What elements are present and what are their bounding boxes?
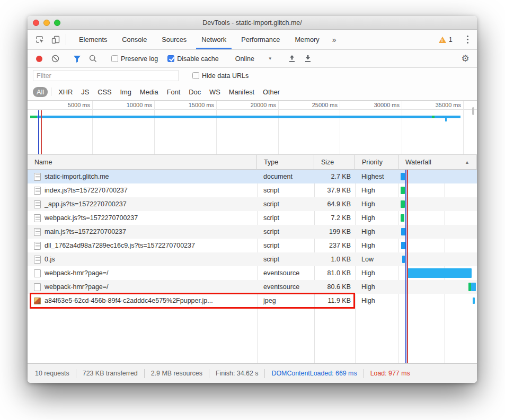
overview-sub-tick [445,118,447,121]
document-icon [34,242,41,250]
document-icon [34,187,41,195]
filter-pill-css[interactable]: CSS [94,87,115,97]
overview-tick-label: 30000 ms [341,102,400,108]
cell-name: main.js?ts=1572270700237 [28,225,257,239]
filter-pill-img[interactable]: Img [117,87,135,97]
status-dom-content-loaded: DOMContentLoaded: 669 ms [265,369,364,378]
filter-pill-all[interactable]: All [33,87,48,97]
hide-data-urls-checkbox[interactable]: Hide data URLs [188,72,253,80]
filter-pill-media[interactable]: Media [136,87,162,97]
column-header-size[interactable]: Size [314,155,355,170]
tab-performance[interactable]: Performance [234,30,287,49]
cell-size: 64.9 KB [314,197,355,211]
overview-scrollbar-thumb[interactable] [472,107,474,115]
document-icon [34,173,41,181]
document-icon [34,228,41,236]
network-status-bar: 10 requests723 KB transferred2.9 MB reso… [28,363,477,383]
more-tabs-button[interactable]: » [327,30,342,49]
minimize-window-button[interactable] [43,20,50,26]
cell-waterfall [398,266,477,280]
panel-tabs: ElementsConsoleSourcesNetworkPerformance… [72,30,327,49]
filter-pill-ws[interactable]: WS [206,87,224,97]
sort-ascending-icon[interactable]: ▲ [465,160,469,165]
waterfall-bar [401,242,405,249]
filter-input[interactable] [33,70,179,81]
status-item: Finish: 34.62 s [209,369,265,378]
request-name: webpack-hmr?page=/ [45,269,109,277]
request-row[interactable]: webpack.js?ts=1572270700237script7.2 KBH… [28,211,477,225]
cell-size: 81.0 KB [314,266,355,280]
column-header-name[interactable]: Name [28,155,257,170]
request-row[interactable]: webpack-hmr?page=/eventsource81.0 KBHigh [28,266,477,280]
cell-name: 0.js [28,252,257,266]
status-item: 10 requests [28,369,76,378]
tab-memory[interactable]: Memory [287,30,326,49]
import-har-icon[interactable] [285,52,299,66]
document-icon [34,200,41,208]
settings-gear-icon[interactable]: ⚙ [458,52,473,66]
waterfall-bar [402,256,405,263]
inspect-element-icon[interactable] [32,30,48,49]
filter-pill-doc[interactable]: Doc [185,87,205,97]
search-icon[interactable] [85,52,100,66]
request-row[interactable]: main.js?ts=1572270700237script199 KBHigh [28,225,477,239]
zoom-window-button[interactable] [54,20,60,26]
request-row[interactable]: dll_1762a4d98a7289ec16c9.js?ts=157227070… [28,239,477,252]
overview-tick-label: 25000 ms [279,102,338,108]
cell-name: webpack-hmr?page=/ [28,280,257,294]
throttling-dropdown[interactable]: Online ▼ [230,55,278,63]
request-row[interactable]: _app.js?ts=1572270700237script64.9 KBHig… [28,197,477,211]
overview-gridline [92,101,93,154]
filter-icon[interactable] [69,52,84,66]
tab-network[interactable]: Network [194,30,234,49]
cell-name: a84f63e5-62cd-456b-89f4-c2adddc4e575%2Fp… [28,294,257,308]
device-toolbar-icon[interactable] [48,30,64,49]
tab-elements[interactable]: Elements [72,30,114,49]
request-row[interactable]: webpack-hmr?page=/eventsource80.6 KBHigh [28,280,477,294]
request-row[interactable]: static-import.glitch.medocument2.7 KBHig… [28,170,477,183]
filter-pill-font[interactable]: Font [163,87,184,97]
record-button[interactable] [32,52,47,66]
request-row[interactable]: 0.jsscript1.0 KBLow [28,252,477,266]
cell-size: 237 KB [314,239,355,252]
filter-pill-other[interactable]: Other [259,87,283,97]
cell-waterfall [398,183,477,197]
filter-pill-js[interactable]: JS [77,87,93,97]
filter-pill-manifest[interactable]: Manifest [225,87,258,97]
preserve-log-checkbox[interactable]: Preserve log [107,55,162,63]
cell-name: _app.js?ts=1572270700237 [28,197,257,211]
tab-sources[interactable]: Sources [154,30,194,49]
network-overview[interactable]: 5000 ms10000 ms15000 ms20000 ms25000 ms3… [28,101,477,155]
blank-icon [34,269,41,277]
cell-waterfall [398,225,477,239]
column-header-type[interactable]: Type [257,155,314,170]
cell-name: static-import.glitch.me [28,170,257,183]
waterfall-bar [401,173,405,180]
clear-button[interactable] [48,52,63,66]
request-row[interactable]: a84f63e5-62cd-456b-89f4-c2adddc4e575%2Fp… [28,294,477,308]
filter-pill-xhr[interactable]: XHR [55,87,76,97]
close-window-button[interactable] [33,20,39,26]
cell-waterfall [398,239,477,252]
cell-size: 80.6 KB [314,280,355,294]
warnings-indicator[interactable]: 1 [435,36,457,43]
disable-cache-checkbox[interactable]: Disable cache [163,55,223,63]
cell-size: 199 KB [314,225,355,239]
overview-tick-label: 35000 ms [403,102,461,108]
request-name: webpack.js?ts=1572270700237 [45,214,138,222]
overview-tick-label: 10000 ms [94,102,152,108]
devtools-menu-icon[interactable] [462,36,474,43]
cell-size: 2.7 KB [314,170,355,183]
cell-waterfall [398,197,477,211]
tab-console[interactable]: Console [114,30,154,49]
overview-green-segment [30,116,37,118]
export-har-icon[interactable] [300,52,315,66]
column-header-priority[interactable]: Priority [355,155,398,170]
request-row[interactable]: index.js?ts=1572270700237script37.9 KBHi… [28,183,477,197]
devtools-window: DevTools - static-import.glitch.me/ Elem… [28,16,477,383]
file-lines [36,257,40,262]
image-icon [34,298,41,304]
overview-green-dot [432,116,435,118]
cell-waterfall [398,211,477,225]
document-icon [34,256,41,264]
